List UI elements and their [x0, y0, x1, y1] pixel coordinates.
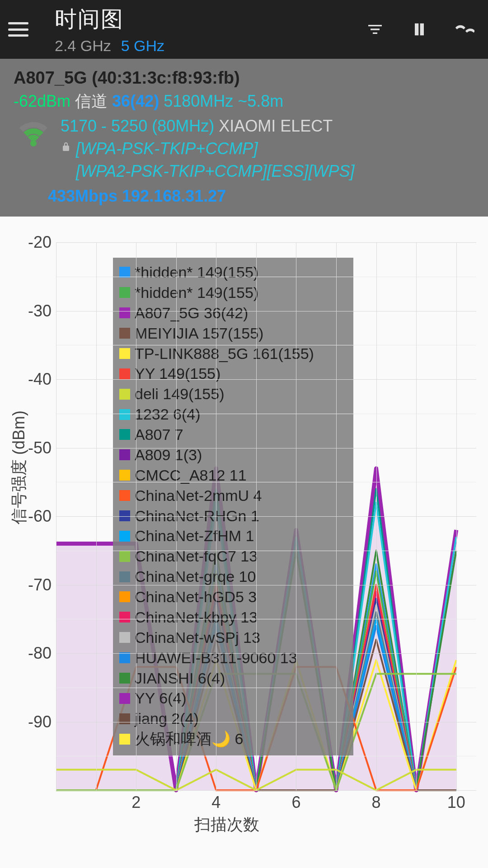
x-tick: 10 [447, 793, 465, 812]
legend-item[interactable]: YY 149(155) [119, 363, 347, 384]
legend-label: ChinaNet-RHGn 1 [135, 506, 259, 526]
legend-item[interactable]: 火锅和啤酒🌙 6 [119, 729, 347, 749]
tab-2-4ghz[interactable]: 2.4 GHz [55, 37, 111, 55]
menu-icon[interactable] [8, 22, 28, 37]
legend-item[interactable]: ChinaNet-2mmU 4 [119, 486, 347, 506]
chart-legend[interactable]: *hidden* 149(155)*hidden* 149(155)A807_5… [113, 258, 353, 755]
security-line-2: [WPA2-PSK-TKIP+CCMP][ESS][WPS] [76, 160, 354, 183]
legend-swatch [119, 490, 130, 501]
vendor-row: 5170 - 5250 (80MHz) XIAOMI ELECT [WPA-PS… [14, 115, 474, 183]
legend-label: ChinaNet-ZfHM 1 [135, 526, 254, 546]
legend-label: JIANSHI 6(4) [135, 668, 225, 689]
y-tick: -50 [28, 439, 52, 458]
legend-item[interactable]: MEIYIJIA 157(155) [119, 323, 347, 344]
legend-item[interactable]: ChinaNet-RHGn 1 [119, 506, 347, 526]
legend-item[interactable]: YY 6(4) [119, 688, 347, 708]
screen-title: 时间图 [55, 5, 366, 34]
legend-label: ChinaNet-kbpy 13 [135, 607, 258, 627]
legend-swatch [119, 409, 130, 420]
legend-item[interactable]: jiang 2(4) [119, 708, 347, 729]
vendor-security-block: 5170 - 5250 (80MHz) XIAOMI ELECT [WPA-PS… [61, 115, 474, 183]
legend-item[interactable]: A807 7 [119, 425, 347, 445]
legend-swatch [119, 652, 130, 663]
tab-5ghz[interactable]: 5 GHz [121, 37, 164, 55]
legend-label: ChinaNet-hGD5 3 [135, 587, 257, 607]
y-axis-label: 信号强度 (dBm) [8, 410, 30, 524]
legend-item[interactable]: A807_5G 36(42) [119, 303, 347, 323]
ssid-text: A807_5G [14, 68, 87, 87]
legend-item[interactable]: ChinaNet-hGD5 3 [119, 587, 347, 607]
legend-swatch [119, 713, 130, 724]
channel-label: 信道 [75, 92, 108, 110]
toolbar-actions [366, 19, 474, 40]
filter-icon[interactable] [366, 20, 384, 38]
y-tick: -90 [28, 712, 52, 731]
y-tick: -30 [28, 302, 52, 321]
legend-swatch [119, 551, 130, 562]
band-vendor-line: 5170 - 5250 (80MHz) XIAOMI ELECT [61, 115, 474, 137]
y-tick: -60 [28, 507, 52, 526]
legend-swatch [119, 531, 130, 542]
x-tick: 8 [372, 793, 381, 812]
distance-text: ~5.8m [238, 92, 283, 110]
legend-item[interactable]: ChinaNet-kbpy 13 [119, 607, 347, 627]
legend-item[interactable]: 1232 6(4) [119, 404, 347, 425]
plot-surface: *hidden* 149(155)*hidden* 149(155)A807_5… [56, 242, 476, 790]
scan-icon[interactable] [455, 19, 474, 39]
legend-label: ChinaNet-grqe 10 [135, 566, 256, 587]
legend-swatch [119, 328, 130, 339]
legend-label: jiang 2(4) [135, 708, 199, 729]
legend-swatch [119, 368, 130, 379]
legend-item[interactable]: ChinaNet-fqC7 13 [119, 546, 347, 566]
legend-label: *hidden* 149(155) [135, 283, 258, 303]
legend-swatch [119, 612, 130, 623]
speed-text: 433Mbps [48, 187, 117, 205]
y-tick: -40 [28, 370, 52, 389]
legend-swatch [119, 389, 130, 400]
vendor-text: XIAOMI ELECT [219, 117, 333, 135]
legend-item[interactable]: deli 149(155) [119, 384, 347, 404]
x-tick: 2 [131, 793, 141, 812]
legend-swatch [119, 287, 130, 298]
legend-label: 火锅和啤酒🌙 6 [135, 729, 243, 749]
legend-label: deli 149(155) [135, 384, 224, 404]
legend-item[interactable]: *hidden* 149(155) [119, 262, 347, 283]
legend-item[interactable]: ChinaNet-grqe 10 [119, 566, 347, 587]
legend-label: 1232 6(4) [135, 404, 201, 425]
legend-swatch [119, 470, 130, 481]
x-tick: 4 [211, 793, 221, 812]
dbm-value: -62dBm [14, 92, 70, 110]
network-detail-panel[interactable]: A807_5G (40:31:3c:f8:93:fb) -62dBm 信道 36… [0, 59, 488, 217]
ssid-row: A807_5G (40:31:3c:f8:93:fb) [14, 66, 474, 90]
legend-item[interactable]: TP-LINK888_5G 161(155) [119, 344, 347, 364]
legend-item[interactable]: ChinaNet-wSPj 13 [119, 627, 347, 648]
legend-swatch [119, 429, 130, 440]
app-toolbar: 时间图 2.4 GHz 5 GHz [0, 0, 488, 59]
pause-icon[interactable] [410, 19, 428, 40]
lock-icon [61, 140, 71, 154]
security-line-1: [WPA-PSK-TKIP+CCMP] [76, 137, 354, 160]
legend-label: YY 6(4) [135, 688, 187, 708]
legend-label: MEIYIJIA 157(155) [135, 323, 263, 344]
legend-label: ChinaNet-2mmU 4 [135, 486, 262, 506]
legend-label: ChinaNet-fqC7 13 [135, 546, 258, 566]
legend-swatch [119, 348, 130, 359]
legend-item[interactable]: ChinaNet-ZfHM 1 [119, 526, 347, 546]
legend-swatch [119, 734, 130, 745]
x-tick: 6 [291, 793, 300, 812]
wifi-strength-icon [14, 117, 53, 156]
band-text: 5170 - 5250 (80MHz) [61, 117, 214, 135]
legend-item[interactable]: HUAWEI-B311-9060 13 [119, 648, 347, 668]
legend-label: YY 149(155) [135, 363, 221, 384]
legend-swatch [119, 449, 130, 460]
x-axis-label: 扫描次数 [194, 814, 259, 836]
legend-swatch [119, 591, 130, 602]
legend-label: *hidden* 149(155) [135, 262, 258, 283]
legend-item[interactable]: JIANSHI 6(4) [119, 668, 347, 689]
legend-swatch [119, 673, 130, 684]
y-tick: -80 [28, 644, 52, 663]
legend-item[interactable]: *hidden* 149(155) [119, 283, 347, 303]
signal-row: -62dBm 信道 36(42) 5180MHz ~5.8m [14, 90, 474, 113]
frequency-tabs: 2.4 GHz 5 GHz [55, 37, 366, 55]
legend-swatch [119, 632, 130, 643]
